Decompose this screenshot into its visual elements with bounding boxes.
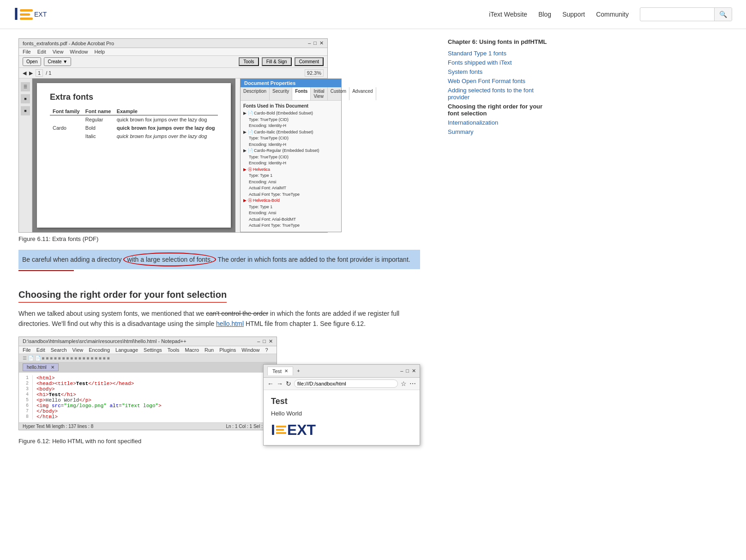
browser-forward-icon[interactable]: → (277, 380, 283, 387)
pdf-page: Extra fonts Font family Font name Exampl… (37, 83, 231, 228)
code-editor[interactable]: 1 <html> 2 <head><title>Test</title></he… (19, 373, 277, 422)
fonts-used-title: Fonts Used in This Document (243, 103, 338, 108)
acrobat-titlebar: fonts_extrafonts.pdf - Adobe Acrobat Pro… (19, 39, 327, 48)
nav-support[interactable]: Support (562, 11, 585, 18)
menu-window[interactable]: Window (70, 49, 88, 54)
sidebar-icon-1[interactable]: ☰ (21, 82, 30, 91)
example-cell: quick brown fox jumps over the lazy dog (114, 132, 218, 140)
acrobat-screenshot: fonts_extrafonts.pdf - Adobe Acrobat Pro… (18, 38, 328, 233)
nav-community[interactable]: Community (596, 11, 629, 18)
menu-macro[interactable]: Macro (185, 347, 199, 353)
notepad-toolbar: ☰ 📄 📄 ■ ■ ■ ■ ■ ■ ■ ■ ■ ■ ■ ■ ■ ■ ■ ■ ■ (19, 354, 277, 362)
col-example: Example (114, 108, 218, 115)
tab-custom[interactable]: Custom (328, 87, 349, 100)
sidebar-link-choosing-order[interactable]: Choosing the right order for your font s… (448, 103, 542, 117)
tab-security[interactable]: Security (270, 87, 292, 100)
close-icon[interactable]: ✕ (319, 40, 324, 46)
tab-fonts[interactable]: Fonts (292, 87, 311, 100)
browser-refresh-icon[interactable]: ↻ (286, 380, 291, 387)
table-row: Italic quick brown fox jumps over the la… (50, 132, 218, 140)
code-line-7: 7 </body> (19, 409, 277, 414)
table-row: Cardo Bold quick brown fox jumps over th… (50, 124, 218, 132)
code-content: <img src="img/logo.png" alt="iText logo"… (36, 403, 162, 409)
back-icon[interactable]: ◀ (23, 70, 26, 76)
tab-initial-view[interactable]: Initial View (311, 87, 327, 100)
family-cell (50, 115, 83, 124)
menu-tools[interactable]: Tools (168, 347, 180, 353)
browser-minimize-icon[interactable]: – (400, 368, 403, 374)
menu-language[interactable]: Language (115, 347, 138, 353)
menu-question[interactable]: ? (265, 347, 268, 353)
sidebar-link-summary[interactable]: Summary (448, 128, 474, 135)
menu-window[interactable]: Window (241, 347, 259, 353)
sidebar-link-woff[interactable]: Web Open Font Format fonts (448, 78, 525, 84)
menu-file[interactable]: File (23, 347, 31, 353)
browser-tab[interactable]: Test ✕ (267, 367, 293, 375)
new-tab-icon[interactable]: + (293, 368, 303, 373)
fill-sign-button[interactable]: Fill & Sign (262, 57, 292, 66)
page-input-container: 1 (36, 69, 43, 77)
sidebar-icon-2[interactable]: ■ (21, 94, 30, 103)
forward-icon[interactable]: ▶ (29, 70, 33, 76)
tab-advanced[interactable]: Advanced (349, 87, 376, 100)
tools-button[interactable]: Tools (239, 57, 259, 66)
minimize-icon[interactable]: – (308, 40, 311, 46)
toolbar-icons: ☰ 📄 📄 ■ ■ ■ ■ ■ ■ ■ ■ ■ ■ ■ ■ ■ ■ ■ ■ ■ (23, 355, 109, 361)
browser-close-icon[interactable]: ✕ (412, 368, 416, 374)
menu-edit[interactable]: Edit (37, 49, 46, 54)
search-box[interactable]: 🔍 (640, 7, 732, 21)
browser-maximize-icon[interactable]: □ (406, 368, 409, 374)
logo-line-3 (20, 18, 33, 20)
browser-menu-icon[interactable]: ⋯ (409, 380, 416, 387)
sidebar-link-adding-fonts[interactable]: Adding selected fonts to the font provid… (448, 87, 534, 101)
menu-run[interactable]: Run (205, 347, 214, 353)
notepad-maximize-icon[interactable]: □ (263, 338, 266, 344)
notepad-close-icon[interactable]: ✕ (269, 338, 273, 344)
sidebar-link-system-fonts[interactable]: System fonts (448, 68, 482, 75)
browser-hello-world: Hello World (271, 410, 412, 417)
search-input[interactable] (640, 9, 714, 20)
page-header: I E X T iText Website Blog Support Commu… (0, 0, 746, 29)
menu-help[interactable]: Help (94, 49, 105, 54)
line-num: 3 (19, 386, 33, 392)
line-num: 1 (19, 375, 33, 381)
create-button[interactable]: Create ▼ (44, 57, 71, 66)
nav-itext-website[interactable]: iText Website (489, 11, 527, 18)
browser-tab-close-icon[interactable]: ✕ (284, 368, 288, 373)
pdf-fonts-table: Font family Font name Example Regular (50, 108, 218, 140)
acrobat-pdf-area: Extra fonts Font family Font name Exampl… (32, 78, 235, 232)
menu-encoding[interactable]: Encoding (89, 347, 110, 353)
hello-html-link[interactable]: hello.html (216, 320, 244, 327)
menu-settings[interactable]: Settings (144, 347, 162, 353)
tab-description[interactable]: Description (241, 87, 270, 100)
notepad-minimize-icon[interactable]: – (257, 338, 260, 344)
menu-view[interactable]: View (53, 49, 64, 54)
tab-close-icon[interactable]: ✕ (51, 365, 54, 370)
browser-logo-lines (276, 426, 286, 434)
maximize-icon[interactable]: □ (313, 40, 317, 46)
font-item: ▶ 📄 Cardo-Italic (Embedded Subset) (243, 129, 338, 136)
menu-search[interactable]: Search (51, 347, 67, 353)
logo-e: E (34, 11, 38, 18)
comment-button[interactable]: Comment (295, 57, 324, 66)
search-button[interactable]: 🔍 (714, 8, 732, 21)
sidebar-link-internationalization[interactable]: Internationalization (448, 119, 498, 126)
menu-edit[interactable]: Edit (36, 347, 45, 353)
menu-file[interactable]: File (23, 49, 31, 54)
sidebar-icon-3[interactable]: ■ (21, 106, 30, 115)
open-button[interactable]: Open (23, 57, 41, 66)
nav-blog[interactable]: Blog (538, 11, 551, 18)
menu-plugins[interactable]: Plugins (219, 347, 236, 353)
menu-view[interactable]: View (72, 347, 84, 353)
sidebar-link-standard-type[interactable]: Standard Type 1 fonts (448, 50, 506, 57)
browser-address-bar[interactable] (294, 379, 398, 388)
browser-content: Test Hello World I EXT (264, 390, 420, 445)
bookmark-icon[interactable]: ☆ (401, 380, 407, 387)
sidebar-link-fonts-shipped[interactable]: Fonts shipped with iText (448, 59, 512, 66)
body-text-1: When we talked about using system fonts,… (18, 308, 420, 329)
browser-back-icon[interactable]: ← (267, 380, 274, 387)
browser-logo-line-1 (276, 426, 286, 428)
notepad-tab-hellohtml[interactable]: hello.html ✕ (23, 363, 59, 371)
sidebar-item-fonts-shipped: Fonts shipped with iText (448, 59, 549, 66)
font-actual-type: Actual Font Type: TrueType (249, 223, 338, 229)
